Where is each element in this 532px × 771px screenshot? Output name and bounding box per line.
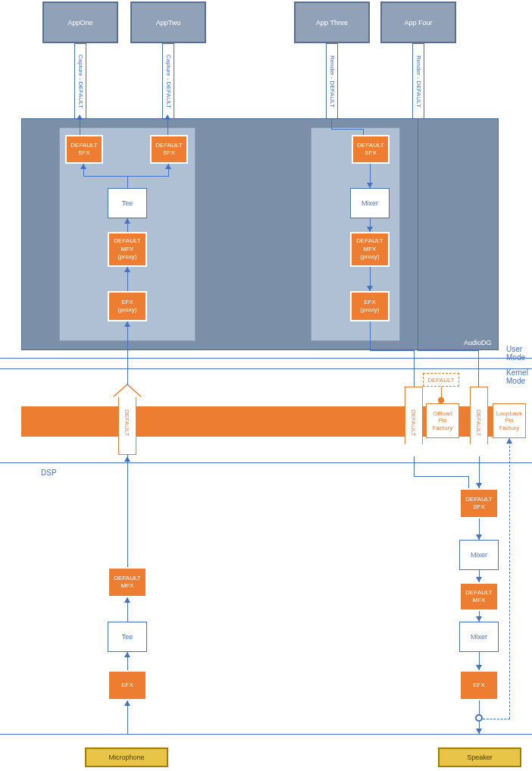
arrow [127,176,169,177]
tee-2: Tee [108,622,147,652]
arrow [414,456,415,476]
arrow-head [124,267,130,272]
arrow-head [124,700,130,706]
arrow-head [476,729,482,734]
kernel-mode-label: Kernel Mode [506,368,528,385]
capture-default-2: Capture - DEFAULT [162,43,174,119]
arrow [331,129,363,130]
arrow-head [367,227,373,232]
default-sfx-br: DEFAULT SFX [459,488,499,519]
arrow [468,476,469,488]
speaker: Speaker [438,747,521,767]
mixer-2: Mixer [459,540,499,570]
app-three: App Three [294,2,370,43]
mixer-3: Mixer [459,622,499,652]
efx-bl: EFX [108,670,147,700]
loopback-line-h [483,719,510,719]
arrow [478,350,479,387]
default-mfx-proxy-l: DEFAULT MFX (proxy) [108,232,147,267]
arrow [370,350,414,351]
arrow-label-default-3: DEFAULT [475,409,482,436]
efx-proxy-l: EFX (proxy) [108,291,147,321]
arrow [83,176,127,177]
arrow [418,350,478,351]
offload-pin: Offload Pin Factory [426,403,459,438]
default-mfx-proxy-r: DEFAULT MFX (proxy) [350,232,390,267]
efx-proxy-r: EFX (proxy) [350,291,390,321]
arrow-head [367,183,373,188]
arrow [363,129,364,135]
arrow-head [124,652,130,657]
default-mfx-br: DEFAULT MFX [459,582,499,611]
arrow-head [165,164,171,169]
arrow-head [476,665,482,670]
user-mode-line [0,358,532,359]
default-sfx-l1: DEFAULT SFX [65,135,103,164]
arrow-head [77,114,83,120]
arrow-head [124,218,130,224]
default-sfx-r: DEFAULT SFX [352,135,390,164]
arrow-head [80,164,86,169]
arrow [418,118,418,350]
arrow [127,321,128,390]
arrow [127,455,128,567]
loopback-head [506,438,512,443]
arrow-label-default-1: DEFAULT [124,409,130,436]
arrow [414,476,468,477]
app-one: AppOne [42,2,118,43]
dot [438,397,444,403]
dsp-label: DSP [41,469,57,477]
arrow-head [124,321,130,327]
efx-br: EFX [459,670,499,700]
arrow-head [476,577,482,582]
default-mfx-bl: DEFAULT MFX [108,567,147,597]
arrow [370,321,371,350]
default-sfx-l2: DEFAULT SFX [150,135,188,164]
mixer-1: Mixer [350,188,390,218]
tee-1: Tee [108,188,147,218]
arrow-head [476,534,482,540]
user-mode-label: User Mode [506,345,525,362]
arrow-head [124,456,130,462]
bah [400,444,427,456]
junction-node [475,714,483,722]
loopback-line-v [509,438,510,719]
arrow-head [367,286,373,291]
arrow-head [164,114,171,120]
bah [465,444,493,456]
arrow [80,118,80,135]
arrow-head [124,597,130,603]
arrow [331,118,332,129]
app-four: App Four [380,2,456,43]
kernel-mode-line [0,368,532,369]
app-two: AppTwo [130,2,206,43]
arrow-head [476,483,482,488]
conn [441,387,442,397]
arrow-head [476,616,482,622]
bottom-line [0,734,532,735]
arrow-label-default-2: DEFAULT [410,409,417,436]
render-default-1: Render - DEFAULT [326,43,338,119]
arrow [414,350,415,388]
dsp-line [0,462,532,463]
arrow [127,176,128,188]
render-default-2: Render - DEFAULT [412,43,424,119]
big-arrow-up-head [114,385,141,397]
microphone: Microphone [85,747,168,767]
arrow [167,118,168,135]
audiodg-label: AudioDG [464,339,492,346]
loopback-pin: Loopback Pin Factory [493,403,526,438]
default-tag: DEFAULT [423,373,459,387]
capture-default-1: Capture - DEFAULT [74,43,86,119]
